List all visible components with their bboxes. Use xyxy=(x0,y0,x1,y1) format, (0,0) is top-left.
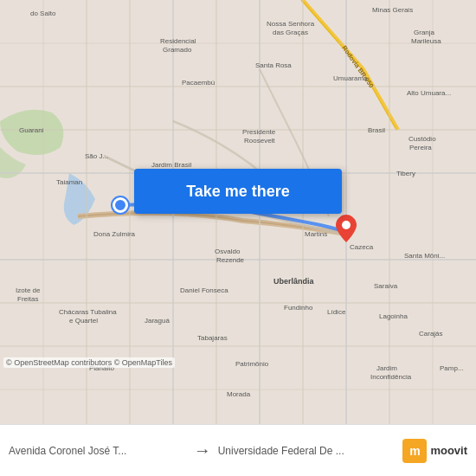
svg-text:Pacaembú: Pacaembú xyxy=(182,79,215,87)
moovit-brand-name: moovit xyxy=(430,444,467,457)
svg-text:Izote de: Izote de xyxy=(16,286,41,294)
destination-label-container: Universidade Federal De ... xyxy=(218,445,396,457)
svg-text:Daniel Fonseca: Daniel Fonseca xyxy=(180,286,228,294)
origin-marker xyxy=(113,197,128,213)
destination-label: Universidade Federal De ... xyxy=(218,445,396,457)
svg-text:Guarani: Guarani xyxy=(19,126,44,134)
svg-text:Jaraguá: Jaraguá xyxy=(145,317,170,325)
svg-text:Jardim: Jardim xyxy=(376,364,397,372)
svg-text:Martins: Martins xyxy=(305,230,327,238)
svg-text:Santa Rosa: Santa Rosa xyxy=(255,61,292,69)
svg-text:e Quartel: e Quartel xyxy=(69,317,98,325)
origin-label: Avenida Coronel José T... xyxy=(9,445,187,457)
svg-text:do Salto: do Salto xyxy=(30,10,56,17)
svg-text:Chácaras Tubalina: Chácaras Tubalina xyxy=(59,308,117,316)
svg-text:Custódio: Custódio xyxy=(408,135,436,143)
svg-text:Tibery: Tibery xyxy=(396,170,415,177)
svg-text:Patrimônio: Patrimônio xyxy=(235,360,269,368)
bottom-bar: Avenida Coronel José T... → Universidade… xyxy=(0,424,476,476)
svg-text:Roosevelt: Roosevelt xyxy=(244,137,275,145)
svg-text:Gramado: Gramado xyxy=(163,46,192,54)
svg-text:Lagoinha: Lagoinha xyxy=(379,312,408,320)
svg-text:Saraiva: Saraiva xyxy=(374,282,398,290)
svg-text:Pereira: Pereira xyxy=(409,144,432,151)
map-attribution: © OpenStreetMap contributors © OpenMapTi… xyxy=(3,357,175,368)
svg-text:Granja: Granja xyxy=(414,29,435,36)
svg-text:Fundinho: Fundinho xyxy=(284,304,313,312)
destination-marker xyxy=(336,215,357,242)
direction-arrow: → xyxy=(187,441,218,460)
svg-point-67 xyxy=(342,221,351,229)
svg-text:Minas Gerais: Minas Gerais xyxy=(372,6,413,14)
svg-text:das Graças: das Graças xyxy=(273,29,308,36)
svg-text:Tabajaras: Tabajaras xyxy=(197,334,228,342)
svg-text:Residencial: Residencial xyxy=(160,37,196,45)
svg-text:Santa Môni...: Santa Môni... xyxy=(404,252,445,260)
moovit-m-icon: m xyxy=(402,439,427,463)
origin-label-container: Avenida Coronel José T... xyxy=(9,445,187,457)
svg-text:Uberlândia: Uberlândia xyxy=(273,277,315,286)
svg-text:São J...: São J... xyxy=(85,152,108,160)
svg-text:Marileusa: Marileusa xyxy=(411,37,441,45)
svg-text:Nossa Senhora: Nossa Senhora xyxy=(267,20,315,28)
svg-text:Taiaman: Taiaman xyxy=(56,178,82,186)
svg-text:Pamp...: Pamp... xyxy=(440,364,464,372)
take-me-there-button[interactable]: Take me there xyxy=(134,169,342,214)
svg-text:Rezende: Rezende xyxy=(216,256,245,264)
svg-text:Presidente: Presidente xyxy=(242,128,276,136)
svg-text:Freitas: Freitas xyxy=(17,295,38,303)
svg-text:Morada: Morada xyxy=(227,390,251,398)
moovit-logo: m moovit xyxy=(402,439,467,463)
svg-text:Lídice: Lídice xyxy=(327,308,346,316)
svg-text:Inconfidência: Inconfidência xyxy=(370,373,412,381)
svg-text:Dona Zulmira: Dona Zulmira xyxy=(93,230,136,238)
svg-text:Brasil: Brasil xyxy=(368,126,385,134)
map-container: do Salto Residencial Gramado Nossa Senho… xyxy=(0,0,476,424)
svg-text:Cazeca: Cazeca xyxy=(350,243,374,251)
svg-text:Jardim Brasil: Jardim Brasil xyxy=(151,161,191,169)
svg-text:Osvaldo: Osvaldo xyxy=(215,248,241,255)
svg-text:Carajás: Carajás xyxy=(419,330,443,338)
svg-text:Alto Umuara...: Alto Umuara... xyxy=(407,89,451,97)
